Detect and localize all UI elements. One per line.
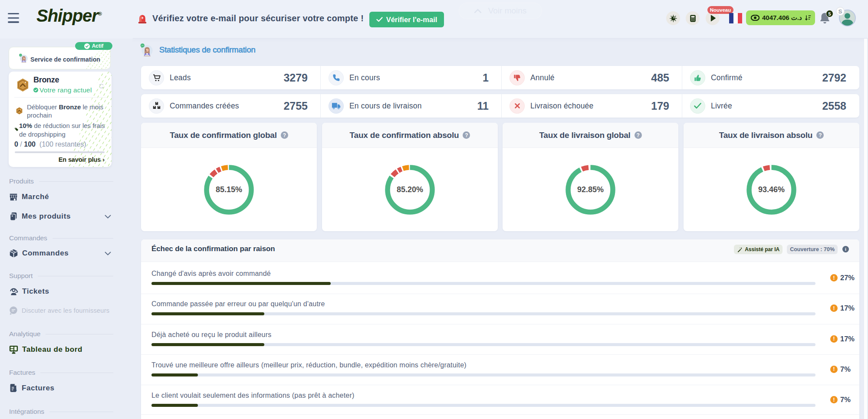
svg-text:$: $ bbox=[15, 388, 17, 392]
